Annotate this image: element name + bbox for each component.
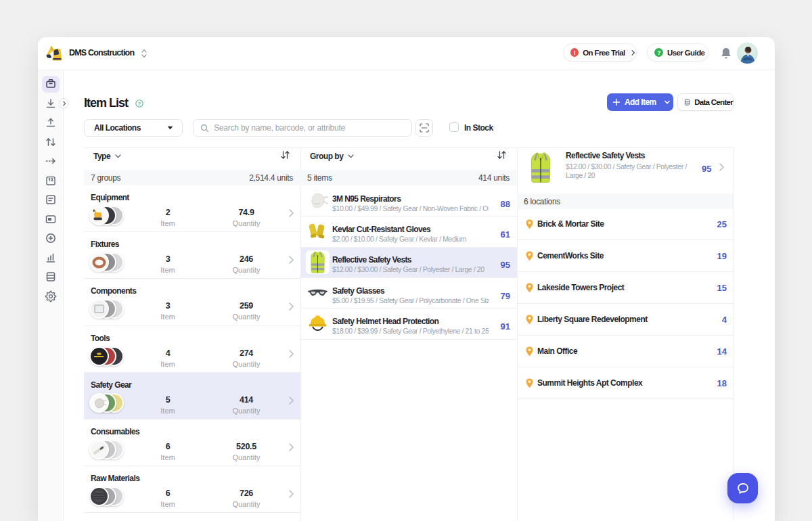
svg-text:?: ? bbox=[138, 101, 141, 107]
